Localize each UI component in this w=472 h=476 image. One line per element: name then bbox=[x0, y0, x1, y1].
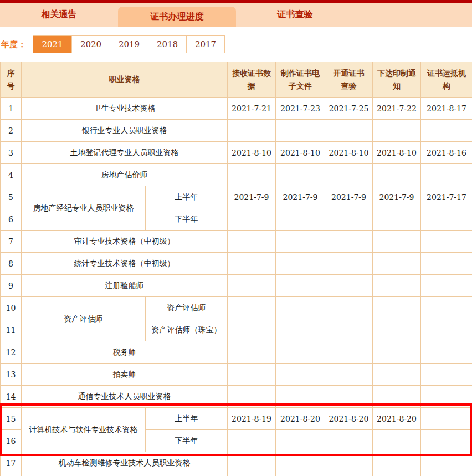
cell-date bbox=[276, 164, 325, 186]
cell-date bbox=[421, 341, 472, 364]
cell-date: 2021-7-9 bbox=[373, 186, 421, 208]
table-row: 10 资产评估师 资产评估师 bbox=[1, 297, 472, 319]
cell-serial: 3 bbox=[1, 142, 22, 164]
cell-date bbox=[373, 120, 421, 142]
tab-certificate-progress[interactable]: 证书办理进度 bbox=[118, 7, 236, 27]
cell-date bbox=[228, 430, 276, 452]
cell-date bbox=[421, 452, 472, 474]
year-button-2018[interactable]: 2018 bbox=[148, 36, 186, 53]
cell-date bbox=[325, 341, 373, 364]
cell-date: 2021-8-16 bbox=[421, 142, 472, 164]
cell-date bbox=[325, 231, 373, 253]
cell-date: 2021-8-10 bbox=[373, 142, 421, 164]
certificate-progress-page: { "colors": { "top_bar": "#b60000", "tab… bbox=[0, 0, 472, 476]
tab-label: 证书办理进度 bbox=[151, 11, 204, 23]
cell-date bbox=[228, 341, 276, 364]
cell-qualification: 房地产经纪专业人员职业资格 bbox=[22, 186, 146, 231]
cell-date: 2021-8-20 bbox=[276, 408, 325, 430]
cell-date bbox=[276, 275, 325, 297]
table-row: 13 拍卖师 bbox=[1, 364, 472, 386]
cell-date bbox=[373, 275, 421, 297]
cell-date bbox=[325, 208, 373, 231]
cell-date bbox=[325, 474, 373, 476]
year-button-2021[interactable]: 2021 bbox=[33, 36, 71, 53]
cell-serial: 5 bbox=[1, 186, 22, 208]
cell-qualification: 房地产估价师 bbox=[22, 164, 228, 186]
cell-date bbox=[228, 474, 276, 476]
table-header-row: 序号 职业资格 接收证书数据 制作证书电子文件 开通证书查验 下达印制通知 证书… bbox=[1, 62, 472, 98]
cell-serial: 16 bbox=[1, 430, 22, 452]
tab-related-notices[interactable]: 相关通告 bbox=[0, 3, 118, 27]
cell-date bbox=[421, 386, 472, 408]
cell-qualification bbox=[22, 474, 228, 476]
cell-date bbox=[421, 297, 472, 319]
header-open-verification: 开通证书查验 bbox=[325, 62, 373, 98]
cell-qualification: 计算机技术与软件专业技术资格 bbox=[22, 408, 146, 452]
cell-date bbox=[373, 474, 421, 476]
cell-serial: 12 bbox=[1, 341, 22, 364]
tab-certificate-verification[interactable]: 证书查验 bbox=[236, 3, 354, 27]
header-make-efile: 制作证书电子文件 bbox=[276, 62, 325, 98]
cell-date bbox=[421, 231, 472, 253]
table-row: 2 银行业专业人员职业资格 bbox=[1, 120, 472, 142]
progress-table: 序号 职业资格 接收证书数据 制作证书电子文件 开通证书查验 下达印制通知 证书… bbox=[0, 62, 472, 476]
year-button-group: 2021 2020 2019 2018 2017 bbox=[33, 35, 225, 53]
header-serial: 序号 bbox=[1, 62, 22, 98]
cell-qualification: 土地登记代理专业人员职业资格 bbox=[22, 142, 228, 164]
cell-date bbox=[421, 164, 472, 186]
cell-date: 2021-8-19 bbox=[228, 408, 276, 430]
cell-serial: 4 bbox=[1, 164, 22, 186]
table-row: 3 土地登记代理专业人员职业资格 2021-8-10 2021-8-10 202… bbox=[1, 142, 472, 164]
year-button-2019[interactable]: 2019 bbox=[110, 36, 148, 53]
table-row-partial bbox=[1, 474, 472, 476]
cell-date bbox=[276, 430, 325, 452]
table-row: 4 房地产估价师 bbox=[1, 164, 472, 186]
cell-qualification: 统计专业技术资格（中初级） bbox=[22, 253, 228, 275]
cell-date: 2021-7-17 bbox=[421, 186, 472, 208]
cell-date bbox=[228, 364, 276, 386]
cell-date: 2021-8-10 bbox=[325, 142, 373, 164]
cell-date bbox=[325, 452, 373, 474]
header-arrive-institution: 证书运抵机构 bbox=[421, 62, 472, 98]
cell-date: 2021-7-21 bbox=[228, 98, 276, 120]
cell-serial bbox=[1, 474, 22, 476]
cell-date bbox=[373, 164, 421, 186]
cell-serial: 9 bbox=[1, 275, 22, 297]
cell-date bbox=[421, 208, 472, 231]
cell-subcategory: 上半年 bbox=[146, 408, 228, 430]
cell-qualification: 审计专业技术资格（中初级） bbox=[22, 231, 228, 253]
cell-date bbox=[373, 231, 421, 253]
cell-qualification: 机动车检测维修专业技术人员职业资格 bbox=[22, 452, 228, 474]
cell-date bbox=[325, 275, 373, 297]
cell-serial: 13 bbox=[1, 364, 22, 386]
cell-date bbox=[228, 319, 276, 341]
cell-date bbox=[373, 386, 421, 408]
cell-date: 2021-8-10 bbox=[228, 142, 276, 164]
table-row: 17 机动车检测维修专业技术人员职业资格 bbox=[1, 452, 472, 474]
table-row: 9 注册验船师 bbox=[1, 275, 472, 297]
cell-date: 2021-8-10 bbox=[276, 142, 325, 164]
cell-date bbox=[325, 430, 373, 452]
cell-date bbox=[276, 120, 325, 142]
cell-date bbox=[421, 474, 472, 476]
year-button-2020[interactable]: 2020 bbox=[71, 36, 110, 53]
cell-subcategory: 资产评估师 bbox=[146, 297, 228, 319]
cell-date bbox=[276, 319, 325, 341]
cell-date bbox=[276, 253, 325, 275]
cell-date bbox=[421, 253, 472, 275]
year-button-2017[interactable]: 2017 bbox=[186, 36, 224, 53]
cell-date: 2021-7-22 bbox=[373, 98, 421, 120]
cell-serial: 10 bbox=[1, 297, 22, 319]
cell-date bbox=[421, 408, 472, 430]
tab-label: 相关通告 bbox=[42, 9, 77, 21]
cell-serial: 11 bbox=[1, 319, 22, 341]
cell-date bbox=[421, 364, 472, 386]
cell-date: 2021-8-20 bbox=[373, 408, 421, 430]
cell-subcategory: 下半年 bbox=[146, 430, 228, 452]
cell-date bbox=[228, 164, 276, 186]
table-row: 12 税务师 bbox=[1, 341, 472, 364]
cell-serial: 2 bbox=[1, 120, 22, 142]
cell-qualification: 税务师 bbox=[22, 341, 228, 364]
header-print-notice: 下达印制通知 bbox=[373, 62, 421, 98]
table-row-highlighted: 15 计算机技术与软件专业技术资格 上半年 2021-8-19 2021-8-2… bbox=[1, 408, 472, 430]
